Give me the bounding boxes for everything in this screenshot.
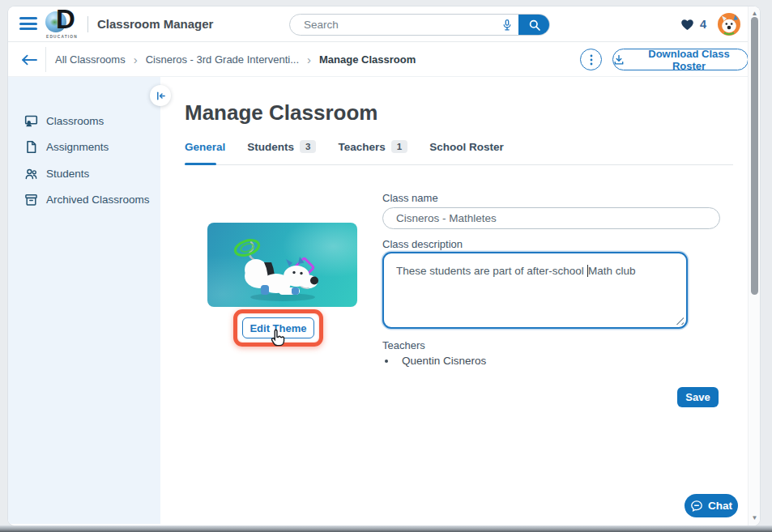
download-class-roster-button[interactable]: Download Class Roster bbox=[612, 49, 749, 70]
sidebar-item-classrooms[interactable]: Classrooms bbox=[8, 111, 160, 130]
tab-label: General bbox=[185, 141, 225, 153]
collapse-left-icon bbox=[156, 91, 166, 101]
microphone-button[interactable] bbox=[496, 15, 518, 35]
sidebar-collapse-button[interactable] bbox=[150, 85, 171, 106]
back-arrow-icon bbox=[21, 54, 37, 66]
tab-students[interactable]: Students 3 bbox=[247, 140, 316, 153]
search-input[interactable] bbox=[290, 19, 496, 31]
edit-theme-button[interactable]: Edit Theme bbox=[242, 317, 314, 338]
tab-school-roster[interactable]: School Roster bbox=[429, 141, 504, 153]
search-icon bbox=[528, 19, 541, 32]
app-title: Classroom Manager bbox=[97, 6, 213, 42]
tab-count-badge: 3 bbox=[300, 140, 316, 153]
chat-button-label: Chat bbox=[708, 500, 732, 512]
breadcrumb-bar: All Classrooms › Cisneros - 3rd Grade In… bbox=[8, 42, 760, 77]
description-text: These students are part of after-school bbox=[396, 265, 587, 277]
tab-count-badge: 1 bbox=[391, 140, 407, 153]
favorites-control[interactable]: 4 bbox=[680, 6, 706, 42]
active-tab-underline bbox=[185, 163, 216, 165]
back-button[interactable] bbox=[19, 49, 40, 70]
search-button[interactable] bbox=[518, 14, 550, 36]
sidebar-item-label: Assignments bbox=[46, 141, 109, 153]
breadcrumb: All Classrooms › Cisneros - 3rd Grade In… bbox=[55, 42, 416, 77]
tab-bar: General Students 3 Teachers 1 School Ros… bbox=[185, 140, 504, 153]
app-window: D EDUCATION Classroom Manager bbox=[8, 6, 760, 526]
tab-label: Teachers bbox=[338, 141, 385, 153]
chat-bubble-icon bbox=[690, 500, 703, 513]
chat-button[interactable]: Chat bbox=[685, 494, 738, 517]
students-icon bbox=[24, 167, 38, 181]
discovery-education-logo[interactable]: D EDUCATION bbox=[45, 9, 91, 41]
class-name-input[interactable] bbox=[382, 207, 720, 229]
teacher-list: Quentin Cisneros bbox=[397, 355, 486, 370]
textarea-resize-handle[interactable] bbox=[676, 317, 684, 325]
download-button-label: Download Class Roster bbox=[630, 48, 748, 72]
archive-icon bbox=[24, 193, 38, 206]
breadcrumb-all-classrooms[interactable]: All Classrooms bbox=[55, 53, 126, 66]
logo-caption: EDUCATION bbox=[46, 35, 78, 39]
tab-divider bbox=[185, 164, 733, 165]
main-content: Manage Classroom General Students 3 Teac… bbox=[160, 77, 747, 526]
avatar-dog-image bbox=[718, 13, 740, 36]
robot-dog-illustration bbox=[207, 223, 357, 307]
class-name-label: Class name bbox=[382, 192, 438, 204]
tab-general[interactable]: General bbox=[185, 141, 225, 153]
save-button[interactable]: Save bbox=[677, 387, 719, 407]
scrollbar-thumb[interactable] bbox=[751, 17, 758, 295]
classrooms-icon bbox=[24, 114, 38, 128]
teacher-list-item: Quentin Cisneros bbox=[397, 355, 486, 367]
microphone-icon bbox=[501, 19, 514, 32]
teachers-label: Teachers bbox=[382, 339, 425, 351]
scroll-up-arrow-icon[interactable]: ▲ bbox=[749, 10, 760, 17]
vertical-ellipsis-icon bbox=[586, 53, 597, 66]
breadcrumb-classroom[interactable]: Cisneros - 3rd Grade Interventi... bbox=[146, 53, 299, 66]
scroll-down-arrow-icon[interactable]: ▼ bbox=[749, 514, 760, 521]
user-avatar[interactable] bbox=[718, 13, 740, 36]
vertical-scrollbar[interactable]: ▲ ▼ bbox=[748, 6, 760, 526]
tab-teachers[interactable]: Teachers 1 bbox=[338, 140, 407, 153]
chevron-right-icon: › bbox=[307, 53, 311, 66]
sidebar-item-assignments[interactable]: Assignments bbox=[8, 137, 160, 156]
window-bottom-edge bbox=[0, 526, 772, 532]
breadcrumb-current: Manage Classroom bbox=[319, 53, 416, 66]
search-bar bbox=[289, 14, 550, 36]
tab-label: School Roster bbox=[429, 141, 504, 153]
app-header: D EDUCATION Classroom Manager bbox=[8, 6, 760, 42]
tab-label: Students bbox=[247, 141, 294, 153]
screen: D EDUCATION Classroom Manager bbox=[0, 0, 772, 532]
sidebar-item-label: Students bbox=[46, 168, 89, 180]
page-title: Manage Classroom bbox=[185, 100, 377, 126]
sidebar: Classrooms Assignments Students bbox=[8, 77, 160, 524]
hamburger-menu-icon[interactable] bbox=[19, 17, 39, 32]
description-text: Math club bbox=[588, 265, 636, 277]
sidebar-item-label: Archived Classrooms bbox=[46, 194, 150, 206]
sidebar-item-label: Classrooms bbox=[46, 115, 104, 127]
chevron-right-icon: › bbox=[134, 53, 138, 66]
sidebar-item-students[interactable]: Students bbox=[8, 164, 160, 183]
class-description-label: Class description bbox=[382, 238, 463, 250]
assignments-icon bbox=[24, 140, 38, 154]
heart-icon bbox=[680, 19, 694, 31]
header-divider bbox=[87, 16, 88, 32]
more-options-button[interactable] bbox=[580, 49, 602, 70]
class-description-textarea[interactable]: These students are part of after-school … bbox=[382, 252, 688, 329]
sidebar-item-archived-classrooms[interactable]: Archived Classrooms bbox=[8, 189, 160, 209]
logo-letter: D bbox=[56, 6, 75, 35]
breadcrumb-divider bbox=[45, 47, 46, 72]
favorites-count: 4 bbox=[700, 18, 706, 31]
classroom-theme-image bbox=[207, 223, 357, 307]
download-icon bbox=[613, 54, 625, 66]
